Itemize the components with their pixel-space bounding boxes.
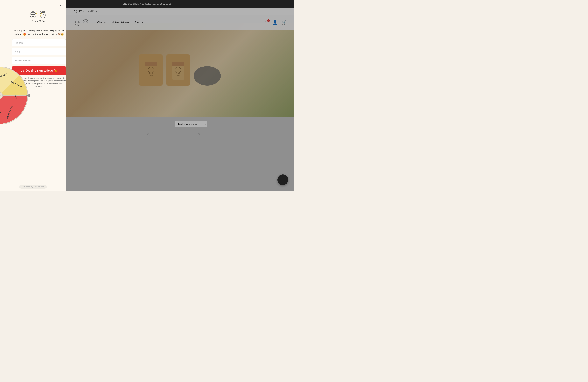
- svg-point-43: [34, 14, 35, 15]
- svg-line-40: [36, 15, 37, 16]
- svg-point-49: [40, 12, 45, 18]
- prenom-input[interactable]: [12, 39, 66, 46]
- brand-logo-container: Truffe Délice: [12, 10, 66, 26]
- wheel-pointer-icon: [26, 94, 30, 97]
- close-button[interactable]: ×: [58, 3, 63, 8]
- svg-point-42: [32, 14, 33, 15]
- svg-rect-48: [32, 11, 34, 12]
- powered-by-label: Powered by EcomSend: [19, 185, 47, 189]
- svg-rect-55: [42, 11, 44, 13]
- svg-point-53: [43, 14, 44, 15]
- email-input[interactable]: [12, 57, 66, 64]
- close-icon: ×: [60, 3, 62, 8]
- svg-line-38: [36, 11, 37, 12]
- svg-line-37: [41, 15, 42, 16]
- brand-logo-svg: Truffe Délice: [25, 10, 53, 26]
- spin-wheel-container: 20% de remise 1 sabot garni 10% de remis…: [0, 66, 28, 125]
- svg-point-52: [42, 14, 42, 15]
- svg-text:Truffe Délice: Truffe Délice: [32, 20, 45, 22]
- promo-text: Participez à notre jeu et tentez de gagn…: [12, 29, 66, 36]
- popup-modal: ×: [0, 0, 66, 191]
- spin-wheel-svg: 20% de remise 1 sabot garni 10% de remis…: [0, 66, 28, 125]
- nom-input[interactable]: [12, 48, 66, 55]
- modal-overlay: [66, 0, 294, 191]
